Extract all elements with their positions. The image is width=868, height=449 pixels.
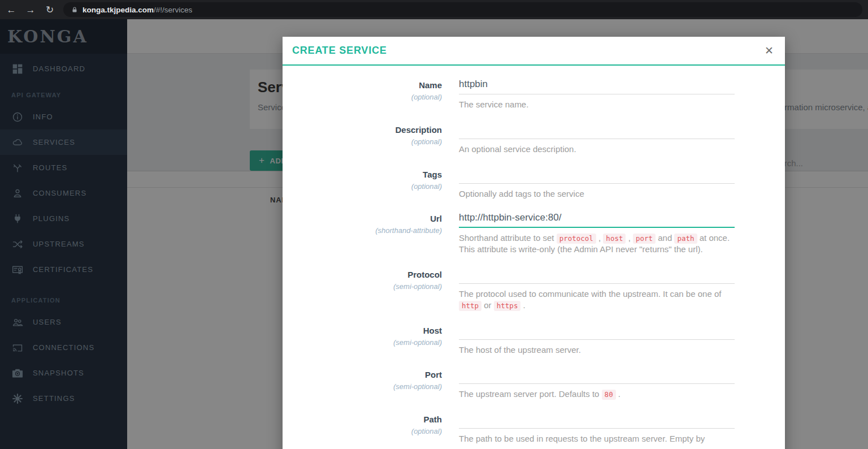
modal-header: CREATE SERVICE ✕ xyxy=(283,37,785,66)
tags-input[interactable] xyxy=(459,169,735,184)
browser-reload-icon[interactable]: ↻ xyxy=(44,5,55,15)
field-row-host: Host(semi-optional)The host of the upstr… xyxy=(283,325,785,356)
modal-title: CREATE SERVICE xyxy=(292,45,387,57)
inline-code-chip: path xyxy=(674,234,697,244)
inline-code-chip: 80 xyxy=(602,390,616,400)
path-label: Path xyxy=(283,415,442,425)
close-icon[interactable]: ✕ xyxy=(765,45,774,56)
inline-code-chip: host xyxy=(603,234,626,244)
field-label-col-host: Host(semi-optional) xyxy=(283,325,442,356)
protocol-input[interactable] xyxy=(459,269,735,284)
name-qualifier: (optional) xyxy=(283,93,442,101)
url-qualifier: (shorthand-attribute) xyxy=(283,226,442,235)
port-qualifier: (semi-optional) xyxy=(283,382,442,391)
tags-label: Tags xyxy=(283,170,442,180)
field-input-col-tags: Optionally add tags to the service xyxy=(459,169,735,200)
description-label: Description xyxy=(283,125,442,135)
browser-toolbar: ← → ↻ konga.tkjpedia.com/#!/services xyxy=(0,0,868,19)
field-row-port: Port(semi-optional)The upstream server p… xyxy=(283,369,785,400)
tags-qualifier: (optional) xyxy=(283,182,442,191)
port-help-text: The upstream server port. Defaults to 80… xyxy=(459,388,735,400)
inline-code-chip: https xyxy=(494,301,521,311)
field-row-name: Name(optional)The service name. xyxy=(283,79,785,110)
field-label-col-name: Name(optional) xyxy=(283,79,442,110)
protocol-help-text: The protocol used to communicate with th… xyxy=(459,288,735,311)
inline-code-chip: http xyxy=(459,301,481,311)
field-label-col-tags: Tags(optional) xyxy=(283,169,442,200)
protocol-qualifier: (semi-optional) xyxy=(283,282,442,291)
field-label-col-description: Description(optional) xyxy=(283,124,442,155)
tags-help-text: Optionally add tags to the service xyxy=(459,188,735,200)
browser-forward-icon[interactable]: → xyxy=(25,5,36,15)
host-label: Host xyxy=(283,326,442,336)
url-path: /#!/services xyxy=(154,6,192,14)
create-service-modal: CREATE SERVICE ✕ Name(optional)The servi… xyxy=(283,37,785,449)
field-input-col-protocol: The protocol used to communicate with th… xyxy=(459,269,735,311)
url-input[interactable] xyxy=(459,213,735,228)
field-row-protocol: Protocol(semi-optional)The protocol used… xyxy=(283,269,785,311)
field-input-col-name: The service name. xyxy=(459,79,735,110)
url-domain: konga.tkjpedia.com xyxy=(83,6,154,14)
protocol-label: Protocol xyxy=(283,270,442,280)
app-viewport: KONGA DASHBOARDAPI GATEWAYINFOSERVICESRO… xyxy=(0,19,868,449)
browser-back-icon[interactable]: ← xyxy=(6,5,17,15)
field-label-col-path: Path(optional) xyxy=(283,413,442,444)
inline-code-chip: protocol xyxy=(557,234,596,244)
port-input[interactable] xyxy=(459,369,735,384)
host-qualifier: (semi-optional) xyxy=(283,338,442,347)
description-input[interactable] xyxy=(459,124,735,139)
field-input-col-host: The host of the upstream server. xyxy=(459,325,735,356)
modal-form: Name(optional)The service name.Descripti… xyxy=(283,66,785,444)
field-input-col-path: The path to be used in requests to the u… xyxy=(459,413,735,444)
path-qualifier: (optional) xyxy=(283,427,442,435)
port-label: Port xyxy=(283,370,442,380)
inline-code-chip: port xyxy=(633,234,656,244)
field-label-col-port: Port(semi-optional) xyxy=(283,369,442,400)
field-input-col-port: The upstream server port. Defaults to 80… xyxy=(459,369,735,400)
field-label-col-protocol: Protocol(semi-optional) xyxy=(283,269,442,311)
field-row-path: Path(optional)The path to be used in req… xyxy=(283,413,785,444)
field-input-col-url: Shorthand attribute to set protocol , ho… xyxy=(459,213,735,255)
field-label-col-url: Url(shorthand-attribute) xyxy=(283,213,442,255)
name-label: Name xyxy=(283,80,442,90)
field-row-description: Description(optional)An optional service… xyxy=(283,124,785,155)
description-help-text: An optional service description. xyxy=(459,144,735,155)
name-input[interactable] xyxy=(459,79,735,94)
host-help-text: The host of the upstream server. xyxy=(459,344,735,356)
path-help-text: The path to be used in requests to the u… xyxy=(459,433,735,444)
name-help-text: The service name. xyxy=(459,99,735,110)
host-input[interactable] xyxy=(459,325,735,340)
url-label: Url xyxy=(283,214,442,224)
path-input[interactable] xyxy=(459,413,735,429)
field-input-col-description: An optional service description. xyxy=(459,124,735,155)
address-bar[interactable]: konga.tkjpedia.com/#!/services xyxy=(63,2,862,17)
lock-icon xyxy=(71,6,78,14)
url-help-text: Shorthand attribute to set protocol , ho… xyxy=(459,232,735,255)
description-qualifier: (optional) xyxy=(283,137,442,146)
field-row-tags: Tags(optional)Optionally add tags to the… xyxy=(283,169,785,200)
field-row-url: Url(shorthand-attribute)Shorthand attrib… xyxy=(283,213,785,255)
